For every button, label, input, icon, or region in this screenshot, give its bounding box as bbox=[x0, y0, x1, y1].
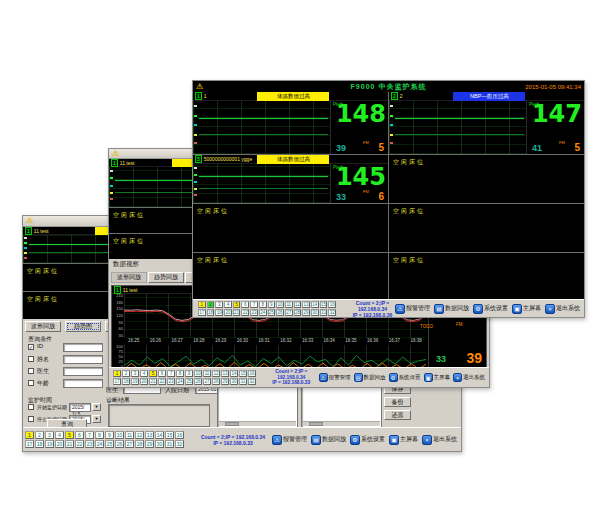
tab-trend-replay[interactable]: 趋势图 bbox=[65, 321, 101, 332]
calendar-day-cell[interactable]: 17 bbox=[198, 309, 206, 316]
calendar-day-cell[interactable]: 15 bbox=[239, 370, 247, 377]
criteria-checkbox-ID[interactable]: ✓ bbox=[28, 344, 34, 350]
calendar-day-cell[interactable]: 17 bbox=[25, 440, 34, 448]
calendar-day-cell[interactable]: 30 bbox=[155, 440, 164, 448]
statusbar-button-monitor[interactable]: ▣主屏幕 bbox=[512, 304, 541, 314]
calendar-day-cell[interactable]: 19 bbox=[45, 440, 54, 448]
bed-panel[interactable]: 11体温数值过高Pleth14839FM5 bbox=[193, 92, 388, 154]
criteria-input-ID[interactable] bbox=[63, 343, 103, 352]
calendar-day-cell[interactable]: 22 bbox=[75, 440, 84, 448]
calendar-day-cell[interactable]: 19 bbox=[131, 378, 139, 385]
calendar-day-cell[interactable]: 5 bbox=[65, 431, 74, 439]
statusbar-button-gear[interactable]: ⚙系统设置 bbox=[389, 373, 421, 382]
calendar-day-cell[interactable]: 4 bbox=[55, 431, 64, 439]
calendar-day-cell[interactable]: 16 bbox=[175, 431, 184, 439]
calendar-day-cell[interactable]: 20 bbox=[140, 378, 148, 385]
statusbar-button-monitor[interactable]: ▣主屏幕 bbox=[424, 373, 451, 382]
criteria-checkbox-年龄[interactable] bbox=[28, 380, 34, 386]
calendar-day-cell[interactable]: 29 bbox=[221, 378, 229, 385]
calendar-day-cell[interactable]: 26 bbox=[115, 440, 124, 448]
calendar-day-cell[interactable]: 24 bbox=[176, 378, 184, 385]
calendar-day-cell[interactable]: 28 bbox=[212, 378, 220, 385]
main-titlebar[interactable]: ⚠ F9000 中央监护系统 2015-01-05 09:41:34 bbox=[193, 81, 584, 92]
calendar-day-cell[interactable]: 32 bbox=[328, 309, 336, 316]
calendar-day-cell[interactable]: 12 bbox=[212, 370, 220, 377]
calendar-day-cell[interactable]: 23 bbox=[85, 440, 94, 448]
calendar-day-cell[interactable]: 7 bbox=[85, 431, 94, 439]
side-button-2[interactable]: 还原 bbox=[384, 410, 411, 420]
criteria-checkbox-医生[interactable] bbox=[28, 368, 34, 374]
calendar-day-cell[interactable]: 20 bbox=[224, 309, 232, 316]
calendar-day-cell[interactable]: 9 bbox=[268, 301, 276, 308]
calendar-day-cell[interactable]: 2 bbox=[35, 431, 44, 439]
calendar-day-cell[interactable]: 4 bbox=[140, 370, 148, 377]
calendar-day-cell[interactable]: 30 bbox=[230, 378, 238, 385]
calendar-day-cell[interactable]: 23 bbox=[167, 378, 175, 385]
criteria-checkbox-姓名[interactable] bbox=[28, 356, 34, 362]
calendar-day-cell[interactable]: 11 bbox=[125, 431, 134, 439]
statusbar-button-document[interactable]: ▤数据回放 bbox=[311, 435, 346, 445]
calendar-day-cell[interactable]: 31 bbox=[320, 309, 328, 316]
calendar-day-cell[interactable]: 11 bbox=[285, 301, 293, 308]
calendar-day-cell[interactable]: 25 bbox=[105, 440, 114, 448]
calendar-day-cell[interactable]: 6 bbox=[75, 431, 84, 439]
calendar-day-cell[interactable]: 3 bbox=[215, 301, 223, 308]
criteria-input-年龄[interactable] bbox=[63, 379, 103, 388]
calendar-day-cell[interactable]: 31 bbox=[239, 378, 247, 385]
statusbar-button-bell[interactable]: ⚠报警管理 bbox=[395, 304, 430, 314]
calendar-day-cell[interactable]: 8 bbox=[259, 301, 267, 308]
statusbar-button-gear[interactable]: ⚙系统设置 bbox=[350, 435, 385, 445]
statusbar-button-bell[interactable]: ⚠报警管理 bbox=[272, 435, 307, 445]
calendar-day-cell[interactable]: 32 bbox=[175, 440, 184, 448]
calendar-day-cell[interactable]: 24 bbox=[95, 440, 104, 448]
calendar-day-cell[interactable]: 27 bbox=[125, 440, 134, 448]
calendar-day-cell[interactable]: 11 bbox=[203, 370, 211, 377]
statusbar-button-close[interactable]: ×退出系统 bbox=[422, 435, 457, 445]
bed-panel[interactable]: 22NBP—血压过高Pleth14741FM5 bbox=[389, 92, 584, 154]
calendar-day-cell[interactable]: 31 bbox=[165, 440, 174, 448]
calendar-day-cell[interactable]: 13 bbox=[221, 370, 229, 377]
statusbar-button-monitor[interactable]: ▣主屏幕 bbox=[389, 435, 418, 445]
statusbar-button-bell[interactable]: ⚠报警管理 bbox=[319, 373, 351, 382]
calendar-day-cell[interactable]: 2 bbox=[122, 370, 130, 377]
calendar-day-cell[interactable]: 26 bbox=[194, 378, 202, 385]
calendar-day-cell[interactable]: 12 bbox=[135, 431, 144, 439]
calendar-day-cell[interactable]: 5 bbox=[149, 370, 157, 377]
calendar-day-cell[interactable]: 14 bbox=[230, 370, 238, 377]
result-list-1-scrollbar[interactable] bbox=[219, 421, 296, 426]
calendar-day-cell[interactable]: 10 bbox=[194, 370, 202, 377]
calendar-day-cell[interactable]: 21 bbox=[233, 309, 241, 316]
calendar-day-cell[interactable]: 18 bbox=[122, 378, 130, 385]
start-date-dropdown[interactable]: ▼ bbox=[92, 403, 101, 411]
tab-trend-replay[interactable]: 趋势回放 bbox=[148, 272, 184, 283]
calendar-day-cell[interactable]: 29 bbox=[302, 309, 310, 316]
calendar-day-cell[interactable]: 19 bbox=[215, 309, 223, 316]
statusbar-button-document[interactable]: ▤数据回放 bbox=[354, 373, 386, 382]
calendar-day-cell[interactable]: 28 bbox=[135, 440, 144, 448]
calendar-day-cell[interactable]: 10 bbox=[276, 301, 284, 308]
result-list-2[interactable] bbox=[301, 385, 382, 428]
bed-panel[interactable]: 55000000000001 ygge体温数值过高Pleth14533FM6 bbox=[193, 155, 388, 203]
criteria-input-医生[interactable] bbox=[63, 367, 103, 376]
calendar-day-cell[interactable]: 3 bbox=[131, 370, 139, 377]
calendar-day-cell[interactable]: 21 bbox=[149, 378, 157, 385]
calendar-day-cell[interactable]: 1 bbox=[113, 370, 121, 377]
calendar-day-cell[interactable]: 10 bbox=[115, 431, 124, 439]
statusbar-button-gear[interactable]: ⚙系统设置 bbox=[473, 304, 508, 314]
calendar-day-cell[interactable]: 7 bbox=[167, 370, 175, 377]
calendar-day-cell[interactable]: 15 bbox=[320, 301, 328, 308]
calendar-day-cell[interactable]: 30 bbox=[311, 309, 319, 316]
calendar-day-cell[interactable]: 16 bbox=[248, 370, 256, 377]
calendar-day-cell[interactable]: 20 bbox=[55, 440, 64, 448]
calendar-day-cell[interactable]: 15 bbox=[165, 431, 174, 439]
statusbar-button-document[interactable]: ▤数据回放 bbox=[434, 304, 469, 314]
calendar-day-cell[interactable]: 23 bbox=[250, 309, 258, 316]
calendar-day-cell[interactable]: 5 bbox=[233, 301, 241, 308]
calendar-day-cell[interactable]: 29 bbox=[145, 440, 154, 448]
scrollbar-thumb[interactable] bbox=[225, 422, 239, 426]
calendar-day-cell[interactable]: 18 bbox=[35, 440, 44, 448]
calendar-day-cell[interactable]: 7 bbox=[250, 301, 258, 308]
statusbar-button-close[interactable]: ×退出系统 bbox=[545, 304, 580, 314]
calendar-day-cell[interactable]: 2 bbox=[207, 301, 215, 308]
calendar-day-cell[interactable]: 8 bbox=[176, 370, 184, 377]
